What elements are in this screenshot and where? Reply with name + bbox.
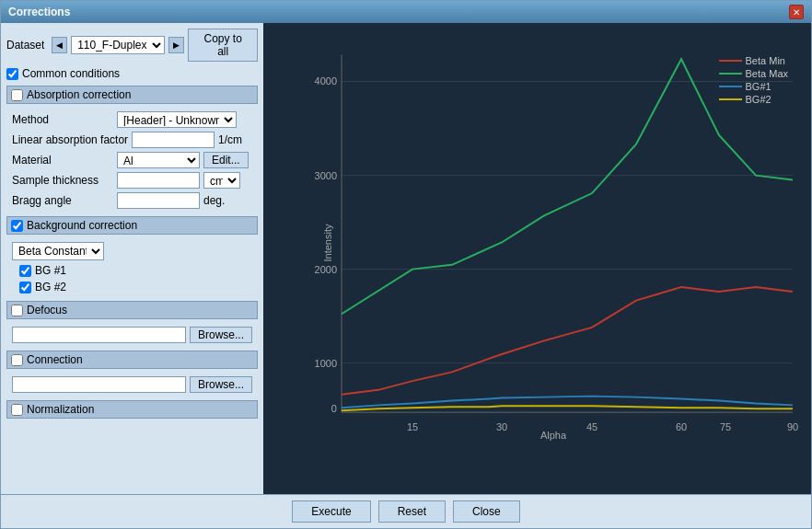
defocus-checkbox[interactable] — [11, 305, 23, 316]
background-section-header: Background correction — [6, 216, 258, 235]
method-label: Method — [12, 113, 113, 126]
defocus-section-content: Browse... — [6, 323, 258, 347]
background-correction-checkbox[interactable] — [11, 220, 23, 232]
linear-absorption-unit: 1/cm — [218, 133, 242, 146]
normalization-label: Normalization — [27, 403, 94, 416]
left-panel: Dataset ◀ 110_F-Duplex ▶ Copy to all Com… — [1, 23, 263, 494]
defocus-browse-button[interactable]: Browse... — [190, 327, 252, 343]
sample-thickness-input[interactable]: 0.0000000 — [117, 172, 200, 189]
svg-text:60: 60 — [676, 421, 687, 432]
material-label: Material — [12, 154, 113, 167]
copy-to-all-button[interactable]: Copy to all — [188, 29, 258, 62]
svg-text:90: 90 — [787, 421, 798, 432]
defocus-path-input[interactable] — [12, 327, 186, 343]
absorption-section-content: Method [Header] - Unknown Linear absorpt… — [6, 108, 258, 213]
chart-panel: Intensity Alpha Beta Min Beta Max — [263, 23, 811, 494]
connection-path-input[interactable] — [12, 376, 186, 393]
svg-text:75: 75 — [720, 421, 731, 432]
edit-button[interactable]: Edit... — [203, 152, 249, 168]
bragg-angle-label: Bragg angle — [12, 194, 113, 207]
defocus-browse-row: Browse... — [12, 327, 252, 343]
bg1-checkbox[interactable] — [19, 265, 31, 277]
dataset-next-button[interactable]: ▶ — [168, 37, 184, 53]
svg-text:2000: 2000 — [315, 264, 337, 275]
svg-text:15: 15 — [407, 421, 418, 432]
background-section-content: Beta Constant BG #1 BG #2 — [6, 238, 258, 297]
connection-section-header: Connection — [6, 351, 258, 369]
beta-method-row: Beta Constant — [12, 242, 252, 260]
reset-button[interactable]: Reset — [378, 500, 446, 523]
main-content: Dataset ◀ 110_F-Duplex ▶ Copy to all Com… — [1, 23, 811, 494]
title-bar: Corrections ✕ — [1, 1, 811, 23]
sample-thickness-row: Sample thickness 0.0000000 cm — [12, 172, 252, 189]
svg-text:0: 0 — [331, 403, 337, 414]
beta-method-select[interactable]: Beta Constant — [12, 242, 104, 260]
method-row: Method [Header] - Unknown — [12, 111, 252, 128]
bg2-row: BG #2 — [12, 281, 252, 293]
chart-area: Intensity Alpha Beta Min Beta Max — [305, 37, 802, 448]
common-conditions-checkbox[interactable] — [6, 68, 18, 80]
bragg-angle-input[interactable]: 26.1500 — [117, 192, 200, 209]
material-select[interactable]: Al — [117, 152, 200, 168]
method-select[interactable]: [Header] - Unknown — [117, 111, 237, 128]
linear-absorption-row: Linear absorption factor 0.00 1/cm — [12, 132, 252, 148]
absorption-section-header: Absorption correction — [6, 86, 258, 104]
dataset-label: Dataset — [6, 39, 48, 52]
material-row: Material Al Edit... — [12, 152, 252, 168]
common-conditions-row: Common conditions — [6, 67, 258, 80]
bg2-checkbox[interactable] — [19, 282, 31, 293]
linear-absorption-label: Linear absorption factor — [12, 133, 128, 146]
normalization-section-header: Normalization — [6, 400, 258, 419]
dataset-select[interactable]: 110_F-Duplex — [71, 36, 165, 54]
common-conditions-label: Common conditions — [22, 67, 120, 80]
svg-text:4000: 4000 — [315, 76, 337, 87]
background-correction-label: Background correction — [27, 219, 137, 232]
bottom-bar: Execute Reset Close — [1, 494, 811, 528]
dataset-row: Dataset ◀ 110_F-Duplex ▶ Copy to all — [6, 29, 258, 62]
connection-label: Connection — [27, 353, 83, 366]
svg-text:1000: 1000 — [315, 358, 337, 369]
chart-svg: 4000 3000 2000 1000 0 15 30 45 60 75 90 — [305, 37, 802, 448]
connection-checkbox[interactable] — [11, 354, 23, 366]
connection-browse-row: Browse... — [12, 376, 252, 393]
bg1-row: BG #1 — [12, 264, 252, 277]
svg-text:30: 30 — [496, 421, 507, 432]
defocus-section-header: Defocus — [6, 301, 258, 319]
corrections-window: Corrections ✕ Dataset ◀ 110_F-Duplex ▶ C… — [0, 0, 812, 529]
svg-text:3000: 3000 — [315, 170, 337, 181]
execute-button[interactable]: Execute — [292, 500, 370, 523]
linear-absorption-input[interactable]: 0.00 — [132, 132, 215, 148]
bg1-label: BG #1 — [35, 264, 66, 277]
svg-text:45: 45 — [586, 421, 597, 432]
connection-section-content: Browse... — [6, 373, 258, 397]
dataset-prev-button[interactable]: ◀ — [52, 37, 67, 53]
absorption-correction-checkbox[interactable] — [11, 89, 23, 101]
connection-browse-button[interactable]: Browse... — [190, 376, 252, 393]
close-window-button[interactable]: ✕ — [789, 5, 804, 19]
bragg-angle-row: Bragg angle 26.1500 deg. — [12, 192, 252, 209]
absorption-correction-label: Absorption correction — [27, 88, 131, 101]
sample-thickness-label: Sample thickness — [12, 174, 113, 187]
bg2-label: BG #2 — [35, 281, 66, 293]
thickness-unit-select[interactable]: cm — [203, 172, 240, 189]
bragg-angle-unit: deg. — [203, 194, 225, 207]
close-button[interactable]: Close — [453, 500, 520, 523]
normalization-checkbox[interactable] — [11, 404, 23, 416]
defocus-label: Defocus — [27, 304, 67, 316]
window-title: Corrections — [8, 6, 70, 18]
